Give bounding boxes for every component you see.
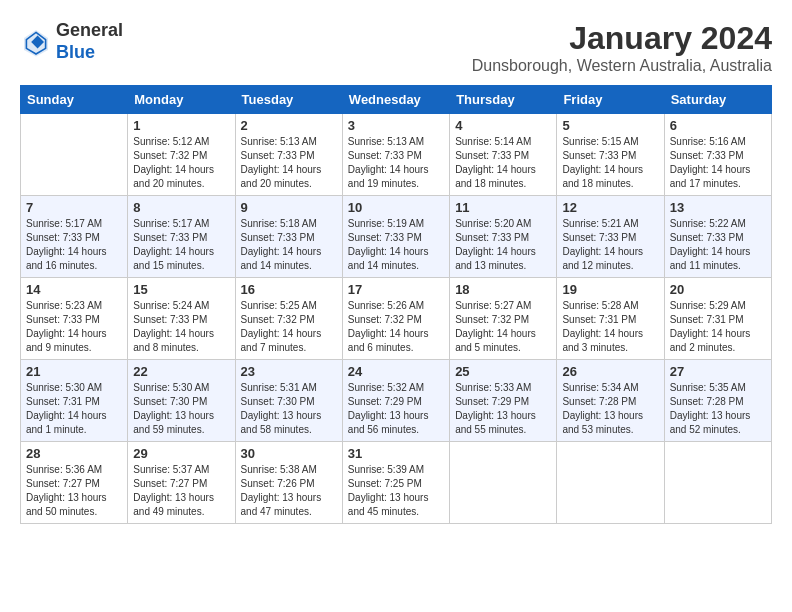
calendar-week-row: 1Sunrise: 5:12 AM Sunset: 7:32 PM Daylig… <box>21 114 772 196</box>
day-number: 29 <box>133 446 229 461</box>
calendar-cell: 20Sunrise: 5:29 AM Sunset: 7:31 PM Dayli… <box>664 278 771 360</box>
day-number: 20 <box>670 282 766 297</box>
calendar-cell: 7Sunrise: 5:17 AM Sunset: 7:33 PM Daylig… <box>21 196 128 278</box>
day-number: 27 <box>670 364 766 379</box>
calendar-week-row: 28Sunrise: 5:36 AM Sunset: 7:27 PM Dayli… <box>21 442 772 524</box>
header-saturday: Saturday <box>664 86 771 114</box>
day-info: Sunrise: 5:34 AM Sunset: 7:28 PM Dayligh… <box>562 381 658 437</box>
calendar-cell: 4Sunrise: 5:14 AM Sunset: 7:33 PM Daylig… <box>450 114 557 196</box>
day-number: 14 <box>26 282 122 297</box>
day-info: Sunrise: 5:29 AM Sunset: 7:31 PM Dayligh… <box>670 299 766 355</box>
calendar-cell: 5Sunrise: 5:15 AM Sunset: 7:33 PM Daylig… <box>557 114 664 196</box>
calendar-week-row: 14Sunrise: 5:23 AM Sunset: 7:33 PM Dayli… <box>21 278 772 360</box>
calendar-week-row: 7Sunrise: 5:17 AM Sunset: 7:33 PM Daylig… <box>21 196 772 278</box>
day-info: Sunrise: 5:32 AM Sunset: 7:29 PM Dayligh… <box>348 381 444 437</box>
day-info: Sunrise: 5:35 AM Sunset: 7:28 PM Dayligh… <box>670 381 766 437</box>
month-year-title: January 2024 <box>472 20 772 57</box>
calendar-cell: 30Sunrise: 5:38 AM Sunset: 7:26 PM Dayli… <box>235 442 342 524</box>
calendar-cell <box>21 114 128 196</box>
calendar-cell <box>557 442 664 524</box>
day-number: 15 <box>133 282 229 297</box>
day-number: 16 <box>241 282 337 297</box>
calendar-cell: 31Sunrise: 5:39 AM Sunset: 7:25 PM Dayli… <box>342 442 449 524</box>
day-number: 19 <box>562 282 658 297</box>
day-info: Sunrise: 5:19 AM Sunset: 7:33 PM Dayligh… <box>348 217 444 273</box>
calendar-cell: 11Sunrise: 5:20 AM Sunset: 7:33 PM Dayli… <box>450 196 557 278</box>
calendar-cell: 29Sunrise: 5:37 AM Sunset: 7:27 PM Dayli… <box>128 442 235 524</box>
header-friday: Friday <box>557 86 664 114</box>
calendar-week-row: 21Sunrise: 5:30 AM Sunset: 7:31 PM Dayli… <box>21 360 772 442</box>
calendar-cell: 17Sunrise: 5:26 AM Sunset: 7:32 PM Dayli… <box>342 278 449 360</box>
day-number: 9 <box>241 200 337 215</box>
header-sunday: Sunday <box>21 86 128 114</box>
calendar-cell: 19Sunrise: 5:28 AM Sunset: 7:31 PM Dayli… <box>557 278 664 360</box>
header-tuesday: Tuesday <box>235 86 342 114</box>
header-monday: Monday <box>128 86 235 114</box>
calendar-cell: 14Sunrise: 5:23 AM Sunset: 7:33 PM Dayli… <box>21 278 128 360</box>
calendar-cell: 2Sunrise: 5:13 AM Sunset: 7:33 PM Daylig… <box>235 114 342 196</box>
calendar-cell: 15Sunrise: 5:24 AM Sunset: 7:33 PM Dayli… <box>128 278 235 360</box>
calendar-cell <box>664 442 771 524</box>
day-info: Sunrise: 5:27 AM Sunset: 7:32 PM Dayligh… <box>455 299 551 355</box>
calendar-cell: 10Sunrise: 5:19 AM Sunset: 7:33 PM Dayli… <box>342 196 449 278</box>
day-number: 24 <box>348 364 444 379</box>
day-number: 26 <box>562 364 658 379</box>
day-info: Sunrise: 5:18 AM Sunset: 7:33 PM Dayligh… <box>241 217 337 273</box>
day-number: 30 <box>241 446 337 461</box>
calendar-cell: 21Sunrise: 5:30 AM Sunset: 7:31 PM Dayli… <box>21 360 128 442</box>
day-info: Sunrise: 5:13 AM Sunset: 7:33 PM Dayligh… <box>348 135 444 191</box>
day-number: 12 <box>562 200 658 215</box>
calendar-cell: 28Sunrise: 5:36 AM Sunset: 7:27 PM Dayli… <box>21 442 128 524</box>
day-number: 2 <box>241 118 337 133</box>
day-info: Sunrise: 5:37 AM Sunset: 7:27 PM Dayligh… <box>133 463 229 519</box>
day-info: Sunrise: 5:26 AM Sunset: 7:32 PM Dayligh… <box>348 299 444 355</box>
day-number: 22 <box>133 364 229 379</box>
calendar-cell: 12Sunrise: 5:21 AM Sunset: 7:33 PM Dayli… <box>557 196 664 278</box>
calendar-cell: 8Sunrise: 5:17 AM Sunset: 7:33 PM Daylig… <box>128 196 235 278</box>
title-block: January 2024 Dunsborough, Western Austra… <box>472 20 772 75</box>
day-number: 8 <box>133 200 229 215</box>
day-number: 23 <box>241 364 337 379</box>
day-info: Sunrise: 5:15 AM Sunset: 7:33 PM Dayligh… <box>562 135 658 191</box>
day-info: Sunrise: 5:13 AM Sunset: 7:33 PM Dayligh… <box>241 135 337 191</box>
day-info: Sunrise: 5:33 AM Sunset: 7:29 PM Dayligh… <box>455 381 551 437</box>
calendar-cell: 26Sunrise: 5:34 AM Sunset: 7:28 PM Dayli… <box>557 360 664 442</box>
day-number: 25 <box>455 364 551 379</box>
day-number: 4 <box>455 118 551 133</box>
day-info: Sunrise: 5:38 AM Sunset: 7:26 PM Dayligh… <box>241 463 337 519</box>
calendar-cell: 27Sunrise: 5:35 AM Sunset: 7:28 PM Dayli… <box>664 360 771 442</box>
logo-text: General Blue <box>56 20 123 63</box>
day-number: 11 <box>455 200 551 215</box>
calendar-cell: 1Sunrise: 5:12 AM Sunset: 7:32 PM Daylig… <box>128 114 235 196</box>
calendar-cell: 22Sunrise: 5:30 AM Sunset: 7:30 PM Dayli… <box>128 360 235 442</box>
day-info: Sunrise: 5:20 AM Sunset: 7:33 PM Dayligh… <box>455 217 551 273</box>
day-number: 6 <box>670 118 766 133</box>
calendar-table: SundayMondayTuesdayWednesdayThursdayFrid… <box>20 85 772 524</box>
day-number: 1 <box>133 118 229 133</box>
day-number: 7 <box>26 200 122 215</box>
day-info: Sunrise: 5:16 AM Sunset: 7:33 PM Dayligh… <box>670 135 766 191</box>
calendar-cell <box>450 442 557 524</box>
day-number: 21 <box>26 364 122 379</box>
day-number: 31 <box>348 446 444 461</box>
day-number: 3 <box>348 118 444 133</box>
day-info: Sunrise: 5:31 AM Sunset: 7:30 PM Dayligh… <box>241 381 337 437</box>
day-info: Sunrise: 5:14 AM Sunset: 7:33 PM Dayligh… <box>455 135 551 191</box>
day-info: Sunrise: 5:39 AM Sunset: 7:25 PM Dayligh… <box>348 463 444 519</box>
day-info: Sunrise: 5:23 AM Sunset: 7:33 PM Dayligh… <box>26 299 122 355</box>
calendar-cell: 18Sunrise: 5:27 AM Sunset: 7:32 PM Dayli… <box>450 278 557 360</box>
day-number: 28 <box>26 446 122 461</box>
day-number: 10 <box>348 200 444 215</box>
day-info: Sunrise: 5:22 AM Sunset: 7:33 PM Dayligh… <box>670 217 766 273</box>
day-number: 13 <box>670 200 766 215</box>
calendar-cell: 16Sunrise: 5:25 AM Sunset: 7:32 PM Dayli… <box>235 278 342 360</box>
calendar-cell: 23Sunrise: 5:31 AM Sunset: 7:30 PM Dayli… <box>235 360 342 442</box>
calendar-cell: 25Sunrise: 5:33 AM Sunset: 7:29 PM Dayli… <box>450 360 557 442</box>
day-info: Sunrise: 5:17 AM Sunset: 7:33 PM Dayligh… <box>133 217 229 273</box>
location-subtitle: Dunsborough, Western Australia, Australi… <box>472 57 772 75</box>
calendar-header-row: SundayMondayTuesdayWednesdayThursdayFrid… <box>21 86 772 114</box>
header-wednesday: Wednesday <box>342 86 449 114</box>
day-info: Sunrise: 5:30 AM Sunset: 7:30 PM Dayligh… <box>133 381 229 437</box>
day-info: Sunrise: 5:21 AM Sunset: 7:33 PM Dayligh… <box>562 217 658 273</box>
day-number: 18 <box>455 282 551 297</box>
